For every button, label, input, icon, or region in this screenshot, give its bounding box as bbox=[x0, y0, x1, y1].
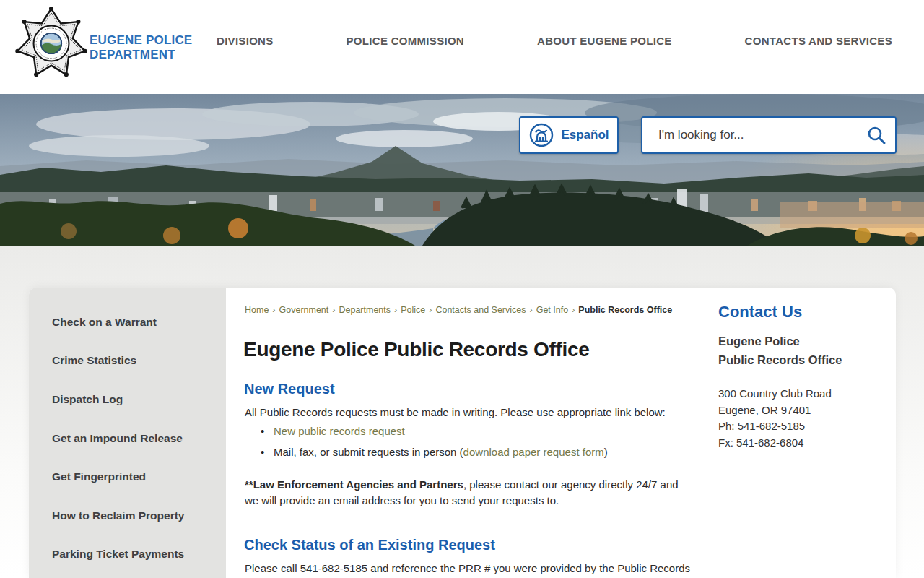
main-nav: DIVISIONS POLICE COMMISSION ABOUT EUGENE… bbox=[217, 35, 892, 47]
sidebar-item-get-an-impound-release[interactable]: Get an Impound Release bbox=[29, 419, 226, 458]
new-public-records-request-link[interactable]: New public records request bbox=[274, 425, 405, 437]
sidebar-menu: Check on a Warrant Crime Statistics Disp… bbox=[29, 288, 226, 578]
new-request-intro: All Public Records requests must be made… bbox=[245, 405, 707, 420]
page-body: Check on a Warrant Crime Statistics Disp… bbox=[0, 246, 924, 578]
translate-icon bbox=[528, 122, 554, 148]
contact-fax: Fx: 541-682-6804 bbox=[718, 435, 832, 452]
check-status-body: Please call 541-682-5185 and reference t… bbox=[245, 561, 699, 577]
sidebar-item-get-fingerprinted[interactable]: Get Fingerprinted bbox=[29, 457, 226, 496]
sidebar-item-parking-ticket-payments[interactable]: Parking Ticket Payments bbox=[29, 535, 226, 574]
contact-address: 300 Country Club Road Eugene, OR 97401 P… bbox=[718, 386, 832, 451]
contact-org: Eugene Police Public Records Office bbox=[718, 332, 842, 369]
new-request-heading: New Request bbox=[244, 381, 335, 397]
sidebar-item-crime-statistics[interactable]: Crime Statistics bbox=[29, 342, 226, 381]
site-title-line2: DEPARTMENT bbox=[90, 48, 192, 62]
sidebar-item-how-to-reclaim-property[interactable]: How to Reclaim Property bbox=[29, 496, 226, 535]
site-search bbox=[641, 116, 897, 154]
breadcrumb-get-info[interactable]: Get Info bbox=[536, 305, 568, 315]
breadcrumb-government[interactable]: Government bbox=[279, 305, 329, 315]
breadcrumb-home[interactable]: Home bbox=[245, 305, 269, 315]
law-enforcement-note-bold: **Law Enforcement Agencies and Partners bbox=[245, 478, 463, 491]
nav-item-police-commission[interactable]: POLICE COMMISSION bbox=[346, 35, 464, 47]
breadcrumb: Home›Government›Departments›Police›Conta… bbox=[245, 305, 672, 315]
request-options-list: New public records request Mail, fax, or… bbox=[261, 420, 608, 462]
breadcrumb-current: Public Records Office bbox=[578, 305, 672, 315]
eugene-police-badge-icon bbox=[14, 6, 88, 81]
search-icon bbox=[866, 125, 886, 145]
content-card: Check on a Warrant Crime Statistics Disp… bbox=[29, 288, 896, 578]
contact-org-line2: Public Records Office bbox=[718, 351, 842, 370]
search-button[interactable] bbox=[858, 118, 895, 152]
sidebar-item-dispatch-log[interactable]: Dispatch Log bbox=[29, 380, 226, 419]
nav-item-contacts-and-services[interactable]: CONTACTS AND SERVICES bbox=[745, 35, 892, 47]
nav-item-divisions[interactable]: DIVISIONS bbox=[217, 35, 274, 47]
contact-us-heading: Contact Us bbox=[718, 303, 802, 322]
site-title[interactable]: EUGENE POLICE DEPARTMENT bbox=[90, 33, 192, 62]
breadcrumb-police[interactable]: Police bbox=[401, 305, 425, 315]
site-title-line1: EUGENE POLICE bbox=[90, 33, 192, 48]
list-item-new-request: New public records request bbox=[261, 420, 608, 441]
site-header: EUGENE POLICE DEPARTMENT DIVISIONS POLIC… bbox=[0, 0, 924, 94]
law-enforcement-note: **Law Enforcement Agencies and Partners,… bbox=[245, 477, 689, 508]
espanol-label: Español bbox=[561, 128, 609, 142]
contact-org-line1: Eugene Police bbox=[718, 332, 842, 351]
breadcrumb-departments[interactable]: Departments bbox=[339, 305, 391, 315]
breadcrumb-contacts-and-services[interactable]: Contacts and Services bbox=[435, 305, 526, 315]
hero-banner: Español bbox=[0, 94, 924, 246]
nav-item-about-eugene-police[interactable]: ABOUT EUGENE POLICE bbox=[537, 35, 672, 47]
page-title: Eugene Police Public Records Office bbox=[243, 338, 590, 361]
sidebar-item-check-on-a-warrant[interactable]: Check on a Warrant bbox=[29, 303, 226, 342]
download-paper-request-form-link[interactable]: download paper request form bbox=[463, 446, 604, 458]
main-content: Home›Government›Departments›Police›Conta… bbox=[226, 288, 896, 578]
contact-address-line2: Eugene, OR 97401 bbox=[718, 402, 832, 419]
espanol-button[interactable]: Español bbox=[519, 116, 619, 154]
list-item-mail-fax: Mail, fax, or submit requests in person … bbox=[261, 441, 608, 462]
contact-address-line1: 300 Country Club Road bbox=[718, 386, 832, 402]
contact-phone: Ph: 541-682-5185 bbox=[718, 418, 832, 435]
check-status-heading: Check Status of an Existing Request bbox=[244, 537, 495, 553]
search-input[interactable] bbox=[642, 128, 858, 142]
